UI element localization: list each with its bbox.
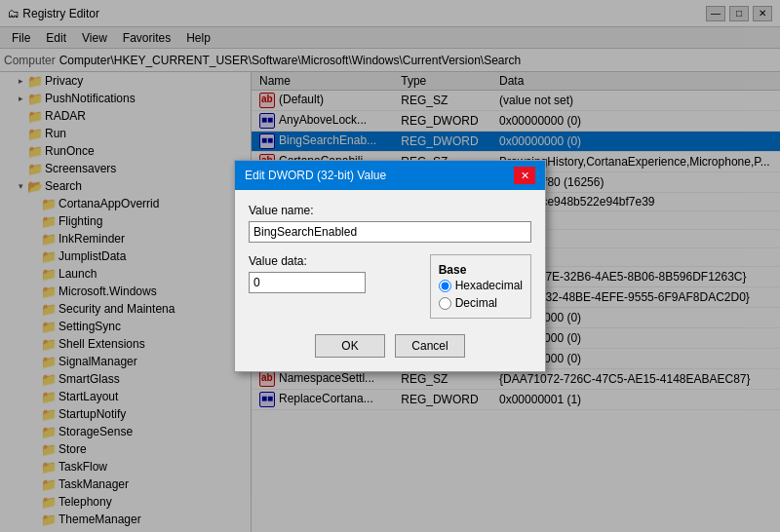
radio-decimal[interactable]: Decimal bbox=[439, 296, 523, 310]
value-name-input[interactable] bbox=[249, 221, 531, 243]
modal-title: Edit DWORD (32-bit) Value bbox=[245, 169, 386, 182]
value-data-input[interactable] bbox=[254, 276, 361, 289]
modal-body: Value name: Value data: Base Hexadecimal bbox=[235, 190, 545, 371]
modal-buttons: OK Cancel bbox=[249, 334, 531, 358]
modal-close-button[interactable]: ✕ bbox=[514, 167, 535, 184]
ok-button[interactable]: OK bbox=[315, 334, 385, 358]
radio-hexadecimal[interactable]: Hexadecimal bbox=[439, 279, 523, 292]
value-name-label: Value name: bbox=[249, 204, 531, 217]
hexadecimal-radio[interactable] bbox=[439, 280, 451, 292]
base-label: Base bbox=[439, 263, 523, 277]
cancel-button[interactable]: Cancel bbox=[395, 334, 465, 358]
value-data-label: Value data: bbox=[249, 254, 418, 268]
hexadecimal-label: Hexadecimal bbox=[455, 279, 523, 292]
modal-overlay: Edit DWORD (32-bit) Value ✕ Value name: … bbox=[0, 0, 780, 532]
value-data-box[interactable] bbox=[249, 272, 366, 293]
decimal-label: Decimal bbox=[455, 296, 497, 310]
modal-value-row: Value data: Base Hexadecimal bbox=[249, 254, 531, 319]
edit-dword-dialog: Edit DWORD (32-bit) Value ✕ Value name: … bbox=[234, 160, 546, 372]
base-options: Hexadecimal Decimal bbox=[439, 279, 523, 310]
decimal-radio[interactable] bbox=[439, 297, 451, 310]
modal-title-bar: Edit DWORD (32-bit) Value ✕ bbox=[235, 161, 545, 190]
